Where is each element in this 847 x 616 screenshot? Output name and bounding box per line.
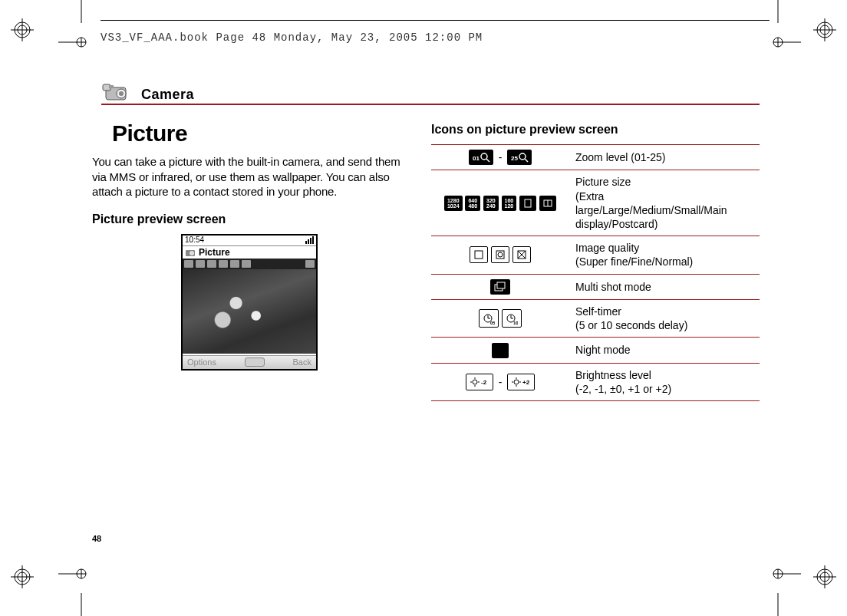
phone-title-text: Picture: [199, 248, 230, 257]
table-row: 01 - 25 Zoom level (01-25): [431, 145, 760, 170]
zoom-low-icon: 01: [469, 150, 493, 165]
svg-text:01: 01: [473, 155, 480, 162]
size-description-sub: (Extra large/Large/Medium/Small/Main dis…: [575, 189, 753, 232]
brightness-low-icon: -2: [466, 374, 493, 390]
phone-preview: 10:54 Picture Options Back: [181, 234, 318, 371]
table-row: Night mode: [431, 338, 760, 363]
running-header: VS3_VF_AAA.book Page 48 Monday, May 23, …: [101, 32, 483, 43]
quality-fine-icon: [491, 246, 509, 263]
svg-point-74: [514, 380, 519, 384]
table-row: Image quality (Super fine/Fine/Normal): [431, 236, 760, 274]
header-rule: [101, 20, 770, 21]
svg-text:-2: -2: [481, 379, 487, 386]
size-description: Picture size: [575, 175, 753, 189]
timer-5-icon: 05: [479, 309, 499, 328]
svg-text:10: 10: [513, 321, 518, 324]
timer-description-sub: (5 or 10 seconds delay): [575, 318, 753, 332]
registration-mark-icon: [813, 565, 836, 588]
svg-line-48: [525, 159, 528, 162]
multishot-icon: [490, 279, 510, 295]
size-m-icon: 320 240: [483, 196, 499, 211]
svg-point-44: [481, 153, 487, 160]
zoom-description: Zoom level (01-25): [569, 145, 760, 170]
page-title: Picture: [112, 122, 407, 145]
page-number: 48: [92, 535, 101, 543]
battery-icon: [305, 236, 314, 244]
svg-rect-59: [497, 282, 505, 288]
svg-text:+2: +2: [522, 379, 530, 386]
brightness-high-icon: +2: [507, 374, 535, 390]
left-subheading: Picture preview screen: [92, 212, 407, 226]
svg-point-68: [473, 380, 477, 384]
svg-rect-40: [109, 85, 114, 88]
table-row: -2 - +2 Brightness level (-2, -1, ±0, +1…: [431, 363, 760, 400]
section-header: Camera: [101, 80, 760, 105]
svg-point-38: [119, 91, 124, 96]
section-title: Camera: [141, 87, 194, 101]
table-row: 05 10 Self-timer (5 or 10 seconds delay): [431, 299, 760, 337]
phone-viewfinder: [183, 269, 316, 354]
multishot-description: Multi shot mode: [569, 274, 760, 299]
intro-text: You can take a picture with the built-in…: [92, 154, 407, 199]
table-row: Multi shot mode: [431, 274, 760, 299]
night-description: Night mode: [569, 338, 760, 363]
icon-legend-table: 01 - 25 Zoom level (01-25) 1280 1024 640…: [431, 144, 760, 401]
night-mode-icon: [492, 343, 509, 358]
table-row: 1280 1024 640 480 320 240 160 120 Pictur…: [431, 170, 760, 236]
quality-normal-icon: [512, 246, 531, 263]
size-display-icon: [519, 196, 536, 211]
svg-point-42: [190, 251, 194, 255]
crop-mark-icon: [58, 0, 104, 69]
quality-description-sub: (Super fine/Fine/Normal): [575, 255, 753, 268]
quality-superfine-icon: [470, 246, 488, 263]
size-postcard-icon: [539, 196, 556, 211]
svg-text:05: 05: [490, 321, 495, 324]
timer-description: Self-timer: [575, 305, 753, 318]
svg-rect-49: [525, 199, 531, 207]
brightness-description: Brightness level: [575, 368, 753, 382]
svg-line-45: [486, 159, 489, 162]
svg-point-54: [498, 252, 503, 257]
crop-mark-icon: [755, 547, 801, 616]
crop-mark-icon: [755, 0, 801, 69]
size-xl-icon: 1280 1024: [444, 196, 463, 211]
camera-icon: [101, 80, 132, 101]
softkey-right: Back: [293, 358, 311, 367]
registration-mark-icon: [11, 565, 34, 588]
softkey-left: Options: [187, 358, 216, 367]
size-s-icon: 160 120: [502, 196, 517, 211]
softkey-center-icon: [245, 357, 265, 367]
registration-mark-icon: [813, 18, 836, 41]
zoom-high-icon: 25: [507, 150, 532, 165]
quality-description: Image quality: [575, 241, 753, 255]
right-subheading: Icons on picture preview screen: [431, 122, 760, 137]
size-l-icon: 640 480: [465, 196, 480, 211]
svg-text:25: 25: [511, 155, 518, 162]
svg-point-47: [519, 153, 526, 160]
brightness-description-sub: (-2, -1, ±0, +1 or +2): [575, 382, 753, 396]
svg-rect-52: [475, 251, 483, 259]
crop-mark-icon: [58, 547, 104, 616]
phone-indicator-row: [183, 259, 316, 269]
registration-mark-icon: [11, 18, 34, 41]
timer-10-icon: 10: [502, 309, 522, 328]
camera-icon: [185, 248, 196, 257]
phone-clock: 10:54: [185, 236, 204, 244]
